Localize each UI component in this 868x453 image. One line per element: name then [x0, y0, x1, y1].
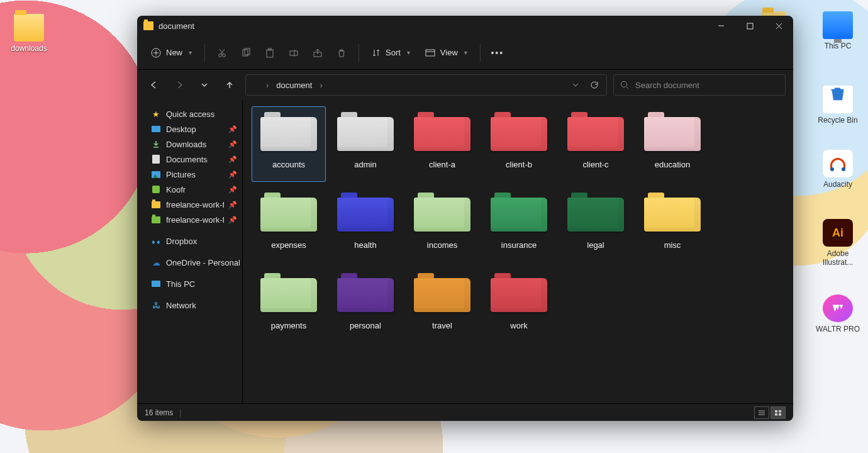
- sidebar-item-thispc[interactable]: This PC: [138, 276, 241, 291]
- chevron-down-icon: ▾: [407, 49, 410, 56]
- folder-icon: [151, 215, 161, 225]
- back-button[interactable]: [145, 76, 164, 94]
- details-view-button[interactable]: [754, 406, 769, 419]
- paste-button[interactable]: [259, 42, 281, 64]
- folder-item-health[interactable]: health: [328, 187, 403, 262]
- sidebar-item-pictures[interactable]: Pictures📌: [138, 167, 241, 182]
- folder-item-work[interactable]: work: [482, 267, 556, 343]
- sidebar-item-onedrive[interactable]: ☁OneDrive - Personal: [138, 255, 241, 270]
- sidebar-item-quick-access[interactable]: ★Quick access: [138, 106, 241, 121]
- desktop-icon: [151, 124, 161, 134]
- share-button[interactable]: [307, 42, 328, 64]
- breadcrumb-segment[interactable]: document: [274, 79, 314, 91]
- folder-label: work: [510, 321, 527, 330]
- svg-rect-27: [775, 410, 777, 413]
- onedrive-icon: ☁: [151, 257, 161, 267]
- folder-item-legal[interactable]: legal: [559, 187, 633, 262]
- folder-label: insurance: [501, 240, 537, 250]
- folder-icon: [260, 273, 317, 312]
- folder-item-payments[interactable]: payments: [252, 267, 326, 343]
- svg-rect-30: [779, 413, 781, 416]
- folder-item-expenses[interactable]: expenses: [252, 187, 326, 262]
- view-icon: [425, 48, 435, 57]
- desktop-icon-audacity[interactable]: Audacity: [814, 150, 862, 189]
- network-icon: 🖧: [151, 300, 161, 310]
- sidebar-item-freelance2[interactable]: freelance-work-f📌: [138, 212, 241, 227]
- recent-button[interactable]: [195, 76, 214, 94]
- folder-label: misc: [664, 240, 681, 250]
- up-button[interactable]: [220, 76, 239, 94]
- folder-item-client-c[interactable]: client-c: [559, 106, 633, 182]
- folder-item-incomes[interactable]: incomes: [405, 187, 479, 262]
- desktop-icon-label: Adobe Illustrat...: [823, 249, 854, 267]
- svg-point-9: [219, 53, 222, 57]
- desktop-icon-waltr[interactable]: WALTR PRO: [814, 294, 862, 333]
- svg-point-10: [223, 53, 226, 57]
- folder-item-misc[interactable]: misc: [635, 187, 709, 262]
- close-button[interactable]: [764, 16, 793, 36]
- download-icon: [151, 139, 161, 149]
- folder-label: education: [655, 160, 690, 169]
- folder-icon: [414, 193, 470, 232]
- search-input[interactable]: Search document: [613, 74, 786, 96]
- sidebar-item-downloads[interactable]: Downloads📌: [138, 137, 241, 152]
- sidebar-item-desktop[interactable]: Desktop📌: [138, 121, 241, 137]
- address-history-button[interactable]: [569, 76, 582, 94]
- svg-rect-28: [779, 410, 781, 413]
- folder-icon: [260, 193, 317, 232]
- desktop-icon-label: Audacity: [823, 180, 852, 189]
- separator: [359, 44, 359, 62]
- cut-button[interactable]: [211, 42, 233, 64]
- folder-label: expenses: [271, 240, 306, 250]
- folder-label: health: [354, 240, 376, 250]
- folder-item-personal[interactable]: personal: [328, 267, 403, 343]
- titlebar[interactable]: document: [137, 16, 793, 36]
- address-row: › document › Search document: [137, 70, 793, 100]
- refresh-button[interactable]: [587, 76, 601, 94]
- desktop-icon-ai[interactable]: Ai Adobe Illustrat...: [814, 219, 862, 267]
- sidebar-item-freelance1[interactable]: freelance-work-f📌: [138, 197, 241, 212]
- sidebar-item-network[interactable]: 🖧Network: [138, 298, 241, 313]
- new-button[interactable]: New▾: [145, 44, 198, 62]
- sidebar-item-koofr[interactable]: Koofr📌: [138, 182, 241, 197]
- view-button[interactable]: View▾: [419, 44, 474, 61]
- sort-button[interactable]: Sort▾: [365, 44, 416, 61]
- more-button[interactable]: •••: [487, 42, 508, 64]
- folder-item-travel[interactable]: travel: [405, 267, 479, 343]
- dropbox-icon: ⬧⬧: [151, 236, 161, 246]
- forward-button[interactable]: [170, 76, 189, 94]
- pc-icon: [151, 279, 161, 289]
- folder-label: payments: [271, 321, 306, 330]
- sidebar-item-documents[interactable]: Documents📌: [138, 152, 241, 167]
- rename-button[interactable]: [283, 42, 304, 64]
- folder-icon: [151, 199, 161, 210]
- maximize-button[interactable]: [735, 16, 764, 36]
- folder-icon: [567, 193, 624, 232]
- delete-button[interactable]: [331, 42, 352, 64]
- sidebar-item-dropbox[interactable]: ⬧⬧Dropbox: [138, 233, 241, 249]
- svg-rect-29: [775, 413, 777, 416]
- folder-item-accounts[interactable]: accounts: [252, 106, 326, 182]
- icons-view-button[interactable]: [771, 406, 786, 419]
- desktop-icon-thispc[interactable]: This PC: [814, 11, 862, 50]
- desktop-icon-downloads[interactable]: downloads: [5, 14, 53, 53]
- folder-item-education[interactable]: education: [635, 106, 709, 182]
- copy-button[interactable]: [235, 42, 257, 64]
- folder-icon: [567, 112, 624, 151]
- folder-item-client-a[interactable]: client-a: [405, 106, 479, 182]
- illustrator-icon: Ai: [823, 219, 853, 247]
- minimize-button[interactable]: [706, 16, 735, 36]
- folder-icon: [14, 14, 44, 42]
- svg-point-1: [842, 167, 845, 171]
- folder-icon: [143, 21, 153, 30]
- chevron-down-icon: ▾: [464, 49, 467, 56]
- address-bar[interactable]: › document ›: [245, 74, 607, 96]
- folder-item-insurance[interactable]: insurance: [482, 187, 556, 262]
- sort-icon: [372, 48, 381, 57]
- folder-item-client-b[interactable]: client-b: [482, 106, 556, 182]
- folder-icon: [644, 193, 701, 232]
- desktop-icon-recycle[interactable]: Recycle Bin: [814, 81, 862, 125]
- explorer-body: ★Quick access Desktop📌 Downloads📌 Docume…: [137, 100, 793, 403]
- folder-item-admin[interactable]: admin: [328, 106, 403, 182]
- folder-icon: [337, 193, 394, 232]
